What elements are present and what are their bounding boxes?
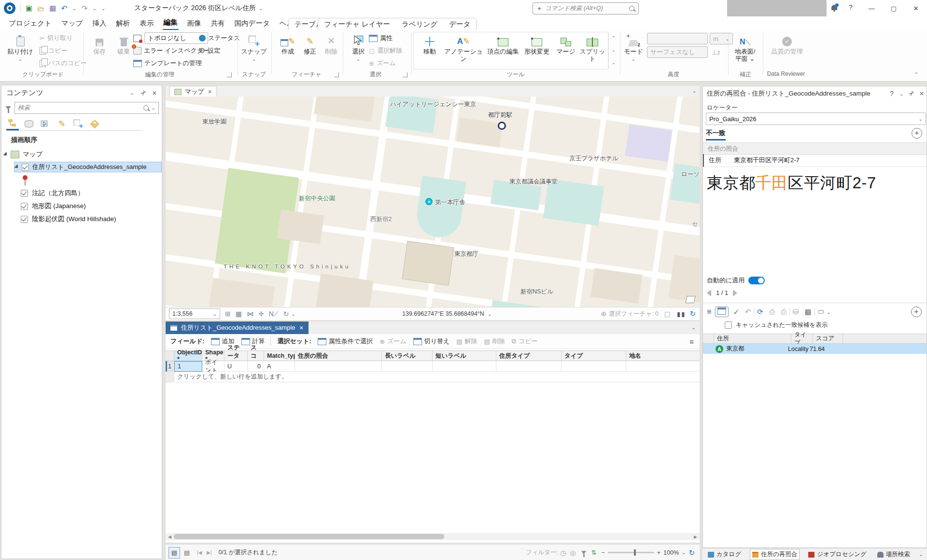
rematch-close-icon[interactable]: ✕	[919, 90, 924, 97]
cell-objectid[interactable]: 1	[174, 361, 202, 372]
tab-imagery[interactable]: 画像	[186, 17, 202, 30]
gallery-up-icon[interactable]: ⌃	[612, 35, 616, 41]
candidate-row[interactable]: A 東京都 Locality 71.64	[703, 344, 927, 354]
col-objectid[interactable]: ObjectID *	[174, 350, 202, 361]
col-matchtype[interactable]: Match_type	[264, 350, 295, 361]
layer-symbol-pin[interactable]	[23, 175, 28, 180]
col-match-address[interactable]: 住所の照合	[295, 350, 382, 361]
table-filter-icon[interactable]	[581, 551, 586, 554]
rotate-icon[interactable]: ↻	[283, 310, 289, 318]
rematch-pin-icon[interactable]: ⊼	[907, 90, 915, 98]
cell-address-type[interactable]	[496, 361, 562, 372]
add-tab-icon[interactable]: +	[912, 128, 922, 139]
cell-long-label[interactable]	[382, 361, 433, 372]
scroll-left-icon[interactable]: ◀	[168, 534, 171, 539]
zoom-out-icon[interactable]: −	[601, 549, 604, 556]
features-launcher-icon[interactable]	[334, 72, 339, 77]
col-type[interactable]: タイプ	[562, 350, 626, 361]
col-status[interactable]: ステータス	[225, 350, 248, 361]
map-view-tab[interactable]: マップ ✕	[169, 86, 217, 97]
contents-tab-labeling[interactable]	[88, 118, 101, 130]
cell-type[interactable]	[562, 361, 626, 372]
undo-dropdown-icon[interactable]: ⌄	[72, 6, 76, 11]
candidates-table-icon[interactable]: ▦	[805, 308, 812, 316]
unmatched-tab[interactable]: 不一致	[706, 129, 726, 140]
north-arrow-icon[interactable]: N⟋	[269, 310, 279, 318]
hillshade-checkbox[interactable]	[21, 216, 28, 223]
zoom-slider[interactable]	[608, 552, 654, 553]
data-source-dropdown-icon[interactable]: ⌄	[827, 309, 831, 315]
command-search[interactable]: ✦ コマンド検索 (Alt+Q)	[533, 2, 639, 14]
tab-map[interactable]: マップ	[60, 17, 84, 30]
dock-tab-catalog[interactable]: カタログ	[706, 549, 743, 560]
annotation-checkbox[interactable]	[21, 190, 28, 197]
cell-status[interactable]: U	[225, 361, 248, 372]
add-grid-icon[interactable]: ⊞	[225, 310, 231, 318]
map-scale-dropdown[interactable]: 1:3,556⌄	[169, 308, 220, 319]
new-project-icon[interactable]: ▣	[26, 4, 32, 13]
redo-dropdown-icon[interactable]: ⌄	[93, 6, 97, 11]
qat-customize-icon[interactable]: ⌄	[101, 6, 105, 11]
table-menu-icon[interactable]: ≡	[689, 337, 694, 346]
address-field-row[interactable]: 住所 東京都千田区平河町2-7	[703, 154, 927, 167]
refresh-table-icon[interactable]: ↻	[688, 548, 695, 557]
project-title-dropdown-icon[interactable]: ⌄	[259, 6, 263, 11]
tab-domestic-data[interactable]: 国内データ	[234, 17, 271, 30]
prev-record-icon[interactable]	[707, 290, 711, 296]
tab-project[interactable]: プロジェクト	[8, 17, 53, 30]
manage-templates-button[interactable]: テンプレートの管理	[133, 58, 202, 69]
col-short-label[interactable]: 短いラベル	[433, 350, 496, 361]
gallery-down-icon[interactable]: ⌄	[612, 47, 616, 53]
cand-col-score[interactable]: スコア	[813, 334, 843, 344]
col-place-name[interactable]: 地名	[626, 350, 700, 361]
next-record-pager-icon[interactable]	[733, 290, 737, 296]
tree-item-geocode-layer[interactable]: 住所リスト_GeocodeAddresses_sample	[14, 162, 162, 172]
dock-overflow-icon[interactable]: ⌄	[919, 552, 923, 557]
layer-expander-icon[interactable]	[14, 164, 19, 169]
select-by-attributes-button[interactable]: 属性条件で選択	[318, 337, 373, 346]
save-project-icon[interactable]: ▦	[49, 4, 56, 13]
topo-checkbox[interactable]	[21, 203, 28, 210]
contents-tab-editing[interactable]: ✎	[56, 118, 68, 130]
selected-address-marker[interactable]	[425, 198, 433, 205]
cell-shape[interactable]: ポイント	[202, 361, 225, 372]
expander-icon[interactable]	[3, 152, 8, 157]
rematch-refresh-icon[interactable]: ⟳	[757, 308, 763, 316]
tree-item-topo-map[interactable]: 地形図 (Japanese)	[21, 201, 86, 211]
table-tab-close-icon[interactable]: ✕	[299, 325, 303, 331]
snapping-button[interactable]: スナップ⌄	[240, 32, 267, 63]
ground-to-grid-button[interactable]: N⟍ 地表面/平面 ⌄	[731, 32, 759, 63]
tab-labeling[interactable]: ラベリング	[401, 18, 438, 31]
table-view-mode-2[interactable]: ▤	[182, 547, 192, 558]
collapse-ribbon-icon[interactable]: ⌃	[914, 71, 918, 78]
auto-apply-toggle[interactable]	[748, 277, 765, 284]
tree-item-annotation[interactable]: 注記（北方四島）	[21, 188, 84, 198]
minimize-button[interactable]: —	[860, 0, 883, 16]
table-view-tab[interactable]: 住所リスト_GeocodeAddresses_sample ✕	[166, 322, 309, 334]
col-address-type[interactable]: 住所タイプ	[496, 350, 562, 361]
pick-from-map-button[interactable]	[715, 307, 729, 317]
contents-tab-snapping[interactable]	[72, 118, 84, 130]
sort-icon[interactable]: ⇅	[591, 549, 597, 556]
map-tab-close-icon[interactable]: ✕	[208, 89, 212, 95]
edit-settings-button[interactable]: ⚙設定	[199, 45, 220, 56]
zoom-slider-thumb[interactable]	[634, 549, 636, 556]
filter-funnel-icon[interactable]	[5, 106, 11, 110]
new-row-hint[interactable]: クリックして、新しい行を追加します。	[174, 372, 700, 382]
overview-map-icon[interactable]	[685, 296, 695, 303]
merge-button[interactable]: マージ	[553, 32, 578, 56]
tab-edit[interactable]: 編集	[163, 16, 179, 30]
contents-close-icon[interactable]: ✕	[152, 90, 157, 97]
table-zoom-level[interactable]: 100%	[663, 549, 679, 556]
annotation-tool-button[interactable]: A✎ アノテーション	[443, 32, 484, 63]
layer-checkbox[interactable]	[22, 164, 29, 171]
col-score[interactable]: スコア	[248, 350, 264, 361]
close-button[interactable]: ✕	[905, 0, 927, 16]
contents-tab-selection[interactable]	[39, 118, 52, 130]
attributes-button[interactable]: 属性	[369, 33, 393, 43]
cell-short-label[interactable]	[433, 361, 496, 372]
pause-drawing-icon[interactable]: ▮▮	[677, 310, 686, 318]
table-tab-list-icon[interactable]: ⌄	[691, 324, 696, 331]
candidates-menu-icon[interactable]: ≡	[707, 308, 711, 316]
rematch-help-icon[interactable]: ?	[890, 90, 894, 98]
